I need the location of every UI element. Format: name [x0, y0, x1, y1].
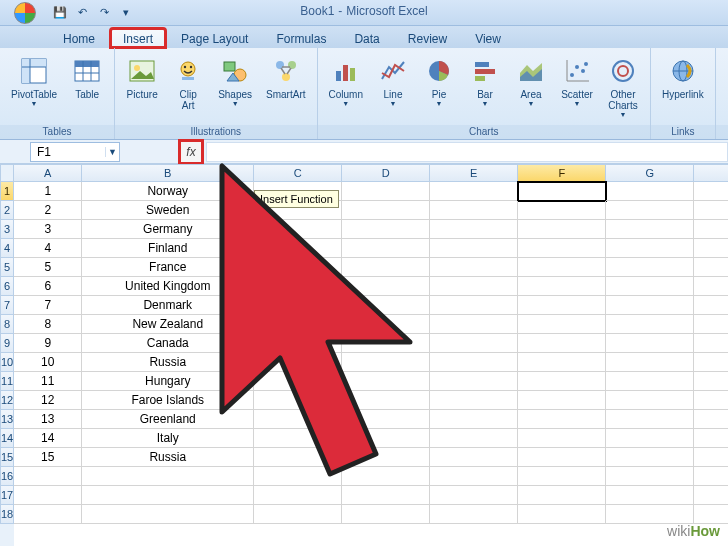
cell-C5[interactable] — [254, 258, 342, 277]
cell-G12[interactable] — [606, 391, 694, 410]
select-all-corner[interactable] — [0, 164, 14, 182]
cell-H13[interactable] — [694, 410, 728, 429]
clipart-button[interactable]: Clip Art — [167, 52, 209, 114]
cell-C8[interactable] — [254, 315, 342, 334]
cell-A14[interactable]: 14 — [14, 429, 82, 448]
table-button[interactable]: Table — [66, 52, 108, 103]
cell-C10[interactable] — [254, 353, 342, 372]
column-header-E[interactable]: E — [430, 164, 518, 182]
tab-review[interactable]: Review — [395, 28, 460, 48]
cell-F15[interactable] — [518, 448, 606, 467]
textbox-button[interactable]: AText Box — [722, 52, 728, 114]
cell-B8[interactable]: New Zealand — [82, 315, 254, 334]
cell-F10[interactable] — [518, 353, 606, 372]
cell-H11[interactable] — [694, 372, 728, 391]
cell-D16[interactable] — [342, 467, 430, 486]
cell-E12[interactable] — [430, 391, 518, 410]
cell-A9[interactable]: 9 — [14, 334, 82, 353]
cell-A16[interactable] — [14, 467, 82, 486]
cell-E7[interactable] — [430, 296, 518, 315]
row-header-4[interactable]: 4 — [0, 239, 14, 258]
cell-F4[interactable] — [518, 239, 606, 258]
picture-button[interactable]: Picture — [121, 52, 163, 103]
cell-G10[interactable] — [606, 353, 694, 372]
cell-B11[interactable]: Hungary — [82, 372, 254, 391]
row-header-1[interactable]: 1 — [0, 182, 14, 201]
cell-C11[interactable] — [254, 372, 342, 391]
cell-G2[interactable] — [606, 201, 694, 220]
cell-F18[interactable] — [518, 505, 606, 524]
cell-E3[interactable] — [430, 220, 518, 239]
row-header-8[interactable]: 8 — [0, 315, 14, 334]
cell-A15[interactable]: 15 — [14, 448, 82, 467]
cell-G14[interactable] — [606, 429, 694, 448]
cell-D5[interactable] — [342, 258, 430, 277]
cell-C3[interactable] — [254, 220, 342, 239]
cell-G15[interactable] — [606, 448, 694, 467]
row-header-7[interactable]: 7 — [0, 296, 14, 315]
cell-G1[interactable] — [606, 182, 694, 201]
cell-B15[interactable]: Russia — [82, 448, 254, 467]
cell-A5[interactable]: 5 — [14, 258, 82, 277]
tab-view[interactable]: View — [462, 28, 514, 48]
cell-E8[interactable] — [430, 315, 518, 334]
cell-B17[interactable] — [82, 486, 254, 505]
cell-G18[interactable] — [606, 505, 694, 524]
tab-page-layout[interactable]: Page Layout — [168, 28, 261, 48]
cell-A13[interactable]: 13 — [14, 410, 82, 429]
cell-G3[interactable] — [606, 220, 694, 239]
cell-G11[interactable] — [606, 372, 694, 391]
cell-D7[interactable] — [342, 296, 430, 315]
row-header-16[interactable]: 16 — [0, 467, 14, 486]
cell-B10[interactable]: Russia — [82, 353, 254, 372]
cell-C12[interactable] — [254, 391, 342, 410]
cell-A17[interactable] — [14, 486, 82, 505]
cell-G13[interactable] — [606, 410, 694, 429]
row-header-17[interactable]: 17 — [0, 486, 14, 505]
cell-B14[interactable]: Italy — [82, 429, 254, 448]
cell-F11[interactable] — [518, 372, 606, 391]
cell-G16[interactable] — [606, 467, 694, 486]
qat-customize-icon[interactable]: ▾ — [118, 5, 134, 21]
cell-F16[interactable] — [518, 467, 606, 486]
cell-E9[interactable] — [430, 334, 518, 353]
cell-G17[interactable] — [606, 486, 694, 505]
cell-E15[interactable] — [430, 448, 518, 467]
cell-G6[interactable] — [606, 277, 694, 296]
cell-A6[interactable]: 6 — [14, 277, 82, 296]
cell-D15[interactable] — [342, 448, 430, 467]
cell-H15[interactable] — [694, 448, 728, 467]
cell-E6[interactable] — [430, 277, 518, 296]
shapes-button[interactable]: Shapes▼ — [213, 52, 257, 110]
cell-D12[interactable] — [342, 391, 430, 410]
cell-B16[interactable] — [82, 467, 254, 486]
cell-H1[interactable] — [694, 182, 728, 201]
cell-G5[interactable] — [606, 258, 694, 277]
tab-insert[interactable]: Insert — [110, 28, 166, 48]
cell-D9[interactable] — [342, 334, 430, 353]
column-header-C[interactable]: C — [254, 164, 342, 182]
insert-function-button[interactable]: fx — [180, 141, 202, 163]
name-box[interactable]: F1 ▼ — [30, 142, 120, 162]
cell-F9[interactable] — [518, 334, 606, 353]
cell-A8[interactable]: 8 — [14, 315, 82, 334]
cell-E14[interactable] — [430, 429, 518, 448]
cell-E11[interactable] — [430, 372, 518, 391]
row-header-13[interactable]: 13 — [0, 410, 14, 429]
cell-F2[interactable] — [518, 201, 606, 220]
cell-H9[interactable] — [694, 334, 728, 353]
row-header-15[interactable]: 15 — [0, 448, 14, 467]
cell-H10[interactable] — [694, 353, 728, 372]
cell-C14[interactable] — [254, 429, 342, 448]
column-header-G[interactable]: G — [606, 164, 694, 182]
scatter-button[interactable]: Scatter▼ — [556, 52, 598, 110]
cell-A2[interactable]: 2 — [14, 201, 82, 220]
cell-B4[interactable]: Finland — [82, 239, 254, 258]
cell-D14[interactable] — [342, 429, 430, 448]
column-header-H[interactable]: H — [694, 164, 728, 182]
cell-D3[interactable] — [342, 220, 430, 239]
cell-E4[interactable] — [430, 239, 518, 258]
cell-H14[interactable] — [694, 429, 728, 448]
cell-D6[interactable] — [342, 277, 430, 296]
cell-F3[interactable] — [518, 220, 606, 239]
